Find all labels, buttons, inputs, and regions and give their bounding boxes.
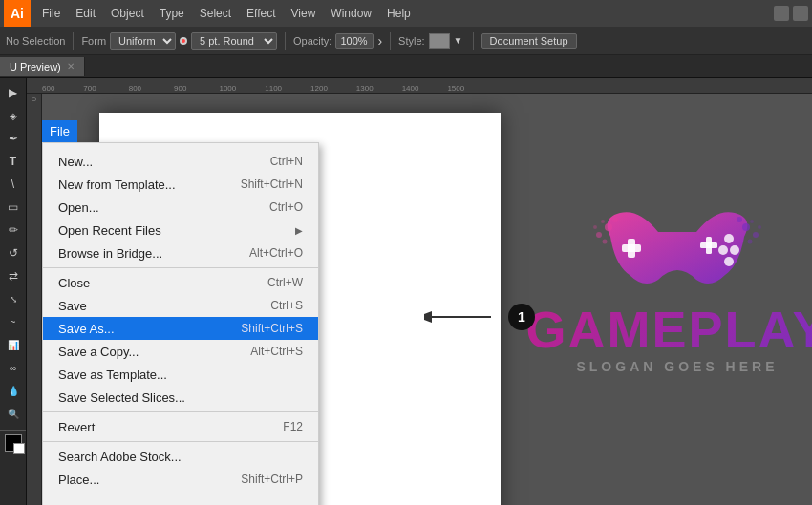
search-icon[interactable] — [793, 6, 808, 21]
style-preview — [429, 33, 450, 49]
ruler-mark-1300: 1300 — [356, 84, 374, 93]
menu-item-open-recent[interactable]: Open Recent Files ▶ — [43, 219, 318, 242]
game-slogan: SLOGAN GOES HERE — [576, 359, 778, 374]
warp-tool-btn[interactable]: ~ — [3, 311, 24, 332]
workspace-switcher[interactable] — [774, 6, 789, 21]
left-toolbar: ▶ ◈ ✒ T \ ▭ ✏ ↺ ⇄ ⤡ ~ 📊 ∞ 💧 🔍 — [0, 78, 27, 505]
menu-view[interactable]: View — [284, 3, 324, 24]
toolbar: No Selection Form Uniform 5 pt. Round Op… — [0, 27, 812, 55]
menu-item-new-template-label: New from Template... — [58, 178, 176, 192]
svg-point-18 — [724, 234, 734, 243]
menu-window[interactable]: Window — [323, 3, 379, 24]
scale-tool-btn[interactable]: ⤡ — [3, 288, 24, 309]
menu-item-stock[interactable]: Search Adobe Stock... — [43, 445, 318, 468]
ruler-mark-700: 700 — [83, 84, 96, 93]
menu-item-revert[interactable]: Revert F12 — [43, 415, 318, 438]
svg-point-5 — [612, 217, 618, 222]
left-ruler-mark-0: 0 — [31, 97, 37, 101]
line-tool-btn[interactable]: \ — [3, 174, 24, 195]
menu-help[interactable]: Help — [379, 3, 418, 24]
opacity-increase-btn[interactable]: › — [377, 33, 382, 49]
rotate-tool-btn[interactable]: ↺ — [3, 242, 24, 263]
menu-select[interactable]: Select — [192, 3, 239, 24]
menu-item-save-copy[interactable]: Save a Copy... Alt+Ctrl+S — [43, 340, 318, 363]
svg-point-6 — [601, 220, 605, 223]
svg-point-19 — [718, 245, 728, 255]
menu-item-save-as[interactable]: Save As... Shift+Ctrl+S — [43, 317, 318, 340]
menu-file[interactable]: File — [34, 3, 68, 24]
fill-color-swatch[interactable] — [5, 434, 22, 452]
menu-item-save-copy-label: Save a Copy... — [58, 345, 139, 359]
svg-point-3 — [596, 232, 602, 238]
canvas-area: 1 — [42, 94, 812, 505]
eyedropper-tool-btn[interactable]: 💧 — [3, 380, 24, 401]
tab-close-btn[interactable]: ✕ — [67, 61, 75, 72]
zoom-tool-btn[interactable]: 🔍 — [3, 403, 24, 424]
arrow-svg — [424, 307, 501, 326]
form-label: Form — [81, 35, 106, 47]
round-select[interactable]: 5 pt. Round — [191, 32, 277, 50]
menu-item-close-label: Close — [58, 276, 90, 290]
content-row: 0 1 2 3 4 5 — [27, 94, 812, 505]
svg-point-4 — [603, 240, 608, 244]
file-menu-header[interactable]: File — [42, 120, 77, 142]
content-area: 600 700 800 900 1000 1100 1200 1300 1400… — [27, 78, 812, 505]
svg-point-9 — [753, 232, 759, 238]
mirror-tool-btn[interactable]: ⇄ — [3, 265, 24, 286]
menu-item-bridge[interactable]: Browse in Bridge... Alt+Ctrl+O — [43, 242, 318, 264]
ruler-mark-600: 600 — [42, 84, 54, 93]
menu-item-save[interactable]: Save Ctrl+S — [43, 294, 318, 317]
file-dropdown-menu: File New... Ctrl+N New from Template... … — [42, 120, 319, 505]
toolbar-separator-1 — [73, 32, 74, 50]
menu-item-save-slices[interactable]: Save Selected Slices... — [43, 386, 318, 409]
svg-point-8 — [742, 223, 750, 231]
menu-object[interactable]: Object — [103, 3, 152, 24]
menu-item-place[interactable]: Place... Shift+Ctrl+P — [43, 468, 318, 491]
ruler-mark-1000: 1000 — [219, 84, 236, 93]
svg-point-20 — [730, 245, 739, 255]
top-ruler: 600 700 800 900 1000 1100 1200 1300 1400… — [27, 78, 812, 94]
menu-effect[interactable]: Effect — [239, 3, 283, 24]
svg-point-2 — [605, 223, 612, 231]
ruler-mark-1500: 1500 — [447, 84, 464, 93]
menu-item-stock-label: Search Adobe Stock... — [58, 450, 182, 464]
opacity-input[interactable] — [335, 33, 374, 49]
menu-item-new-template-shortcut: Shift+Ctrl+N — [241, 178, 303, 191]
menu-item-save-template[interactable]: Save as Template... — [43, 363, 318, 386]
selection-tool-btn[interactable]: ▶ — [3, 82, 24, 103]
menu-item-new-template[interactable]: New from Template... Shift+Ctrl+N — [43, 173, 318, 196]
game-logo: GAMEPLAY SLOGAN GOES HERE — [520, 141, 812, 374]
menu-section-revert: Revert F12 — [43, 412, 318, 442]
menu-item-save-as-label: Save As... — [58, 322, 115, 336]
menu-item-new[interactable]: New... Ctrl+N — [43, 150, 318, 173]
style-dropdown-btn[interactable]: ▼ — [454, 35, 465, 46]
menu-item-export[interactable]: Export ▶ — [43, 497, 318, 505]
menu-item-new-label: New... — [58, 155, 93, 169]
dropdown-menu-panel: New... Ctrl+N New from Template... Shift… — [42, 142, 319, 505]
toolbar-separator-4 — [473, 32, 474, 50]
ruler-mark-1200: 1200 — [310, 84, 328, 93]
menu-type[interactable]: Type — [152, 3, 192, 24]
graph-tool-btn[interactable]: 📊 — [3, 334, 24, 355]
pen-tool-btn[interactable]: ✒ — [3, 128, 24, 149]
brush-tool-btn[interactable]: ✏ — [3, 220, 24, 241]
menu-section-save: Close Ctrl+W Save Ctrl+S Save As... Shif… — [43, 268, 318, 412]
rect-tool-btn[interactable]: ▭ — [3, 197, 24, 218]
tab-preview[interactable]: U Preview) ✕ — [0, 57, 85, 76]
blend-tool-btn[interactable]: ∞ — [3, 357, 24, 378]
menu-item-bridge-label: Browse in Bridge... — [58, 246, 162, 261]
no-selection-label: No Selection — [6, 35, 65, 47]
form-select[interactable]: Uniform — [110, 32, 176, 50]
svg-point-12 — [750, 220, 754, 223]
direct-select-tool-btn[interactable]: ◈ — [3, 105, 24, 126]
menu-item-open[interactable]: Open... Ctrl+O — [43, 196, 318, 219]
menu-edit[interactable]: Edit — [68, 3, 103, 24]
svg-point-10 — [748, 240, 753, 244]
svg-point-7 — [593, 225, 597, 229]
menu-item-bridge-shortcut: Alt+Ctrl+O — [249, 246, 303, 260]
menu-item-close[interactable]: Close Ctrl+W — [43, 271, 318, 294]
ruler-mark-900: 900 — [174, 84, 186, 93]
document-setup-btn[interactable]: Document Setup — [481, 33, 577, 49]
main-layout: ▶ ◈ ✒ T \ ▭ ✏ ↺ ⇄ ⤡ ~ 📊 ∞ 💧 🔍 600 700 80… — [0, 78, 812, 505]
type-tool-btn[interactable]: T — [3, 151, 24, 172]
